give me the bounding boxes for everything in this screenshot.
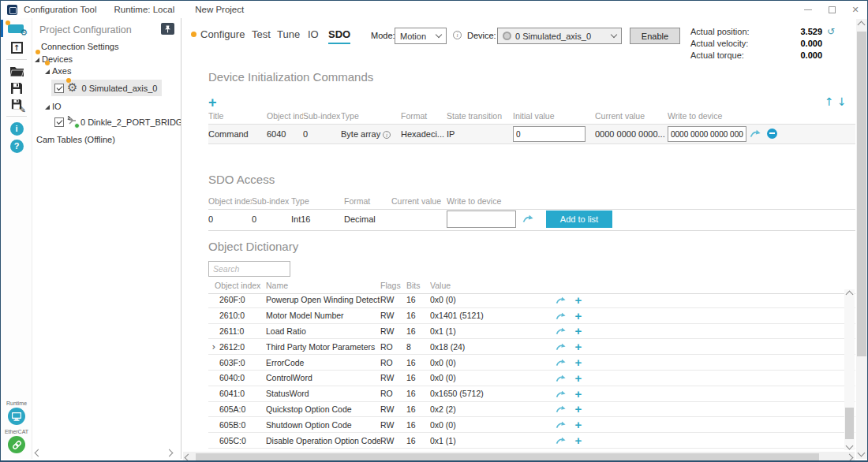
dictionary-row[interactable]: › 2612:0 Third Party Motor Parameters RO… — [208, 339, 855, 355]
write-to-device-icon[interactable] — [552, 342, 570, 351]
write-to-device-icon[interactable] — [552, 311, 570, 320]
write-to-device-icon[interactable] — [552, 374, 570, 382]
tab-sdo[interactable]: SDO — [328, 28, 350, 44]
configuration-tool-button[interactable]: ⚙ — [1, 20, 32, 37]
expand-chevron-icon[interactable]: › — [208, 342, 219, 352]
add-to-list-icon[interactable]: + — [570, 403, 587, 415]
scroll-right-icon[interactable] — [847, 455, 852, 460]
scroll-up-icon[interactable] — [847, 292, 852, 297]
add-to-list-icon[interactable]: + — [570, 419, 587, 430]
dictionary-row[interactable]: › 605B:0 Shutdown Option Code RW 16 0x0 … — [208, 417, 855, 433]
info-button[interactable]: i — [1, 120, 32, 137]
add-to-list-icon[interactable]: + — [570, 434, 587, 446]
tree-item-io-device[interactable]: 0 Dinkle_2_PORT_BRIDGE_GFE_I — [54, 116, 181, 127]
main-horizontal-scrollbar[interactable] — [183, 452, 855, 460]
open-folder-icon — [9, 65, 24, 77]
move-up-icon[interactable]: ↑ — [825, 95, 834, 108]
tree-item-axes[interactable]: Axes — [45, 66, 71, 76]
remove-command-icon[interactable] — [767, 129, 777, 139]
add-to-list-icon[interactable]: + — [570, 325, 587, 337]
expander-icon[interactable] — [45, 105, 50, 110]
pin-panel-button[interactable] — [161, 23, 174, 35]
menu-new-project[interactable]: New Project — [195, 5, 244, 14]
write-to-device-icon[interactable] — [552, 389, 570, 398]
init-command-row[interactable]: Command 6040 0 Byte array i Hexadeci... … — [208, 124, 855, 144]
mode-select[interactable]: Motion — [395, 28, 447, 44]
tree-item-connection-settings[interactable]: Connection Settings — [41, 42, 118, 51]
expander-icon[interactable] — [35, 58, 39, 62]
scroll-left-icon[interactable] — [185, 455, 191, 460]
add-to-list-icon[interactable]: + — [570, 341, 587, 352]
maximize-button[interactable] — [820, 1, 844, 18]
write-to-device-icon[interactable] — [552, 296, 570, 304]
axis-checkbox[interactable] — [54, 84, 64, 93]
minimize-button[interactable] — [796, 1, 820, 18]
device-select[interactable]: 0 Simulated_axis_0 — [497, 28, 622, 44]
save-button[interactable] — [1, 80, 32, 97]
search-input[interactable] — [208, 261, 290, 277]
dictionary-row[interactable]: › 605A:0 Quickstop Option Code RW 16 0x2… — [208, 402, 855, 418]
write-to-device-icon[interactable] — [552, 358, 570, 367]
runtime-status-button[interactable] — [1, 408, 32, 425]
io-checkbox[interactable] — [54, 117, 64, 127]
dictionary-row[interactable]: › 603F:0 ErrorCode RO 16 0x0 (0) + — [208, 355, 855, 371]
page-vertical-scrollbar[interactable] — [856, 19, 867, 459]
initial-value-input[interactable] — [513, 126, 586, 142]
write-to-device-icon[interactable] — [552, 326, 570, 335]
flags-cell: RO — [380, 342, 406, 352]
add-to-list-icon[interactable]: + — [570, 372, 587, 384]
scroll-left-icon[interactable] — [36, 450, 41, 456]
tree-horizontal-scrollbar[interactable] — [34, 448, 178, 457]
ethercat-status-button[interactable] — [1, 436, 32, 453]
dictionary-row[interactable]: › 2610:0 Motor Model Number RW 16 0x1401… — [208, 308, 855, 324]
write-to-device-icon[interactable] — [552, 420, 570, 429]
scroll-down-icon[interactable] — [847, 443, 852, 449]
scroll-up-icon[interactable] — [859, 22, 864, 28]
dictionary-row[interactable]: › 260F:0 Powerup Open Winding Detection … — [208, 292, 855, 308]
scrollbar-thumb[interactable] — [857, 32, 866, 356]
tree-item-devices[interactable]: Devices — [35, 54, 73, 64]
scrollbar-thumb[interactable] — [845, 408, 854, 439]
write-to-device-icon[interactable] — [552, 404, 570, 413]
enable-button[interactable]: Enable — [630, 28, 680, 44]
help-button[interactable]: ? — [1, 137, 32, 155]
scroll-right-icon[interactable] — [166, 450, 172, 456]
sdo-write-icon[interactable] — [522, 214, 546, 225]
add-to-list-icon[interactable]: + — [570, 356, 587, 368]
dictionary-scrollbar[interactable] — [844, 289, 855, 450]
close-button[interactable]: ✕ — [844, 1, 867, 18]
write-to-device-icon[interactable] — [750, 129, 767, 140]
tree-item-cam-tables[interactable]: Cam Tables (Offline) — [36, 135, 115, 144]
dictionary-row[interactable]: › 605C:0 Disable Operation Option Code R… — [208, 433, 855, 449]
reset-position-icon[interactable]: ↺ — [827, 26, 835, 37]
tab-tune[interactable]: Tune — [277, 28, 300, 40]
dictionary-row[interactable]: › 6040:0 ControlWord RW 16 0x0 (0) + — [208, 371, 855, 386]
sdo-write-input[interactable] — [447, 211, 516, 228]
tab-io[interactable]: IO — [308, 28, 319, 40]
add-to-list-button[interactable]: Add to list — [546, 211, 612, 228]
tab-test[interactable]: Test — [252, 28, 271, 40]
mode-info-icon[interactable]: i — [453, 31, 462, 39]
notification-dot — [6, 20, 10, 25]
scrollbar-thumb[interactable] — [196, 453, 819, 461]
move-down-icon[interactable]: ↓ — [837, 95, 847, 108]
write-to-device-icon[interactable] — [552, 436, 570, 445]
tree-item-simulated-axis[interactable]: ⚙0 Simulated_axis_0 — [51, 80, 162, 96]
save-as-button[interactable]: ✎ — [1, 97, 32, 114]
tree-item-io[interactable]: IO — [45, 102, 62, 111]
add-to-list-icon[interactable]: + — [570, 294, 587, 306]
open-project-button[interactable] — [1, 62, 32, 80]
scroll-down-icon[interactable] — [859, 450, 864, 456]
add-to-list-icon[interactable]: + — [570, 388, 587, 400]
expander-icon[interactable] — [45, 69, 50, 74]
menu-runtime[interactable]: Runtime: Local — [114, 5, 175, 14]
value-cell: 0x1 (1) — [430, 436, 552, 445]
write-to-device-input[interactable] — [668, 126, 746, 142]
tab-configure[interactable]: Configure — [200, 28, 245, 40]
add-to-list-icon[interactable]: + — [570, 310, 587, 322]
type-info-icon[interactable]: i — [383, 131, 391, 139]
export-button[interactable]: ↑ — [1, 39, 32, 56]
dictionary-row[interactable]: › 2611:0 Load Ratio RW 16 0x1 (1) + — [208, 324, 855, 340]
add-command-button[interactable]: + — [208, 95, 217, 110]
dictionary-row[interactable]: › 6041:0 StatusWord RO 16 0x1650 (5712) … — [208, 386, 855, 402]
